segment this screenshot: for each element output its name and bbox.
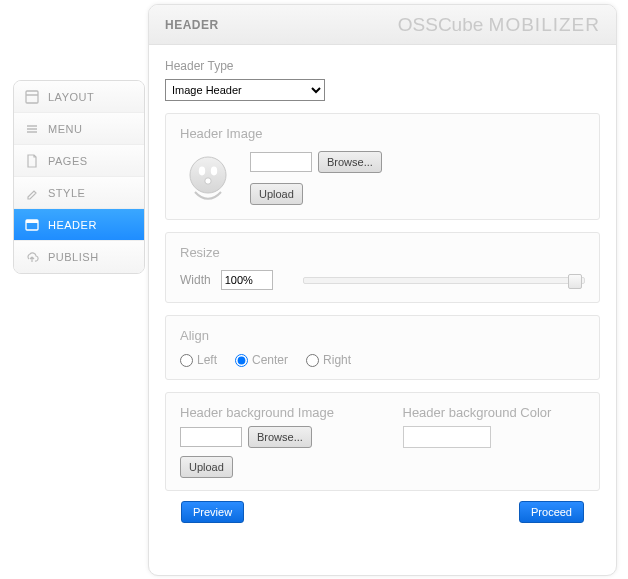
sidebar-item-label: LAYOUT [48,91,94,103]
sidebar-item-pages[interactable]: PAGES [14,145,144,177]
sidebar-item-label: PUBLISH [48,251,99,263]
proceed-button[interactable]: Proceed [519,501,584,523]
header-type-select[interactable]: Image Header [165,79,325,101]
sidebar-item-label: HEADER [48,219,97,231]
bg-image-title: Header background Image [180,405,363,420]
bg-color-swatch[interactable] [403,426,491,448]
layout-icon [24,89,40,105]
browse-button[interactable]: Browse... [318,151,382,173]
svg-point-7 [190,157,226,193]
card-title: Resize [180,245,585,260]
card-header-image: Header Image [165,113,600,220]
sidebar-item-layout[interactable]: LAYOUT [14,81,144,113]
preview-button[interactable]: Preview [181,501,244,523]
sidebar: LAYOUT MENU PAGES STYLE HEADER PUBLISH [13,80,145,274]
align-option-center[interactable]: Center [235,353,288,367]
svg-point-9 [211,167,217,176]
header-icon [24,217,40,233]
panel-footer: Preview Proceed [165,491,600,523]
sidebar-item-label: PAGES [48,155,88,167]
sidebar-item-menu[interactable]: MENU [14,113,144,145]
sidebar-item-label: MENU [48,123,82,135]
card-align: Align Left Center Right [165,315,600,380]
align-option-left[interactable]: Left [180,353,217,367]
header-image-file-input[interactable] [250,152,312,172]
page-title: HEADER [165,18,219,32]
card-background: Header background Image Browse... Upload… [165,392,600,491]
bg-color-title: Header background Color [403,405,586,420]
sidebar-item-header[interactable]: HEADER [14,209,144,241]
panel-header: HEADER OSSCube MOBILIZER [149,5,616,45]
align-radio-left[interactable] [180,354,193,367]
align-radio-right[interactable] [306,354,319,367]
card-title: Align [180,328,585,343]
main-panel: HEADER OSSCube MOBILIZER Header Type Ima… [148,4,617,576]
svg-rect-6 [26,220,38,223]
svg-point-8 [199,167,205,176]
card-title: Header Image [180,126,585,141]
card-resize: Resize Width [165,232,600,303]
header-image-preview [180,151,236,207]
align-radio-center[interactable] [235,354,248,367]
publish-icon [24,249,40,265]
width-label: Width [180,273,211,287]
sidebar-item-label: STYLE [48,187,85,199]
svg-point-10 [205,178,211,184]
brand: OSSCube MOBILIZER [398,14,600,36]
pages-icon [24,153,40,169]
svg-rect-0 [26,91,38,103]
slider-thumb[interactable] [568,274,582,289]
bg-upload-button[interactable]: Upload [180,456,233,478]
width-slider[interactable] [303,273,585,287]
align-option-right[interactable]: Right [306,353,351,367]
menu-icon [24,121,40,137]
bg-image-file-input[interactable] [180,427,242,447]
bg-browse-button[interactable]: Browse... [248,426,312,448]
sidebar-item-style[interactable]: STYLE [14,177,144,209]
width-input[interactable] [221,270,273,290]
style-icon [24,185,40,201]
header-type-label: Header Type [165,59,600,73]
upload-button[interactable]: Upload [250,183,303,205]
sidebar-item-publish[interactable]: PUBLISH [14,241,144,273]
